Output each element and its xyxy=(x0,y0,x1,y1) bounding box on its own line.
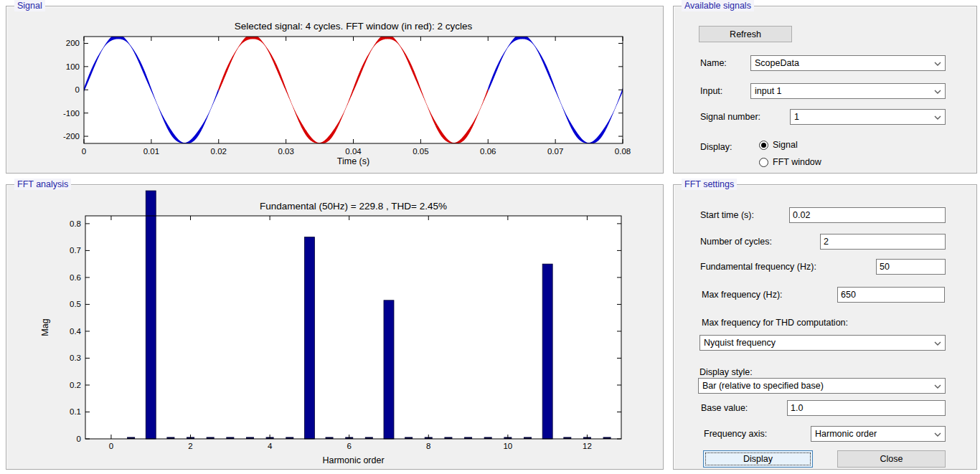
start-time-label: Start time (s): xyxy=(700,210,754,221)
signal-number-label: Signal number: xyxy=(700,112,760,123)
fft-plot: 02468101200.10.20.30.40.50.60.70.8Fundam… xyxy=(6,185,663,469)
svg-text:0.8: 0.8 xyxy=(70,219,81,228)
frequency-axis-select[interactable]: Harmonic order xyxy=(811,426,946,442)
chevron-down-icon xyxy=(932,429,943,440)
svg-text:0.06: 0.06 xyxy=(480,147,496,156)
svg-text:6: 6 xyxy=(347,442,351,450)
svg-text:0.3: 0.3 xyxy=(70,354,81,362)
svg-text:10: 10 xyxy=(503,442,512,450)
start-time-field[interactable] xyxy=(789,207,946,223)
available-signals-panel: Available signals Refresh Name: ScopeDat… xyxy=(673,6,977,174)
refresh-button[interactable]: Refresh xyxy=(699,26,792,42)
svg-text:0.5: 0.5 xyxy=(70,300,81,308)
chevron-down-icon xyxy=(932,338,943,349)
chevron-down-icon xyxy=(932,58,943,69)
input-select-value: input 1 xyxy=(755,86,782,96)
svg-text:4: 4 xyxy=(268,442,273,450)
signal-panel: Signal 00.010.020.030.040.050.060.070.08… xyxy=(6,6,664,174)
display-button[interactable]: Display xyxy=(703,450,813,468)
radio-signal[interactable]: Signal xyxy=(759,140,798,150)
frequency-axis-label: Frequency axis: xyxy=(704,429,767,440)
svg-text:Harmonic order: Harmonic order xyxy=(322,455,384,465)
chevron-down-icon xyxy=(932,381,943,392)
radio-signal-label: Signal xyxy=(773,140,798,150)
base-value-field[interactable] xyxy=(787,400,946,416)
svg-text:0.08: 0.08 xyxy=(615,147,631,156)
svg-text:0.05: 0.05 xyxy=(413,147,428,156)
svg-text:Fundamental (50Hz) = 229.8 , T: Fundamental (50Hz) = 229.8 , THD= 2.45% xyxy=(260,201,447,212)
svg-text:0.4: 0.4 xyxy=(70,327,82,336)
svg-text:0.07: 0.07 xyxy=(547,147,563,156)
svg-text:2: 2 xyxy=(188,442,192,450)
name-label: Name: xyxy=(700,58,727,69)
chevron-down-icon xyxy=(932,112,943,123)
fundamental-frequency-label: Fundamental frequency (Hz): xyxy=(700,262,816,272)
display-style-select[interactable]: Bar (relative to specified base) xyxy=(698,378,946,394)
name-select-value: ScopeData xyxy=(755,58,799,68)
input-select[interactable]: input 1 xyxy=(750,83,946,99)
fft-analysis-tool-window: Signal 00.010.020.030.040.050.060.070.08… xyxy=(0,0,980,474)
fft-analysis-panel: FFT analysis 02468101200.10.20.30.40.50.… xyxy=(6,184,664,470)
display-label: Display: xyxy=(700,142,732,153)
svg-text:12: 12 xyxy=(583,442,592,450)
svg-text:0: 0 xyxy=(82,147,86,156)
radio-fft-window-label: FFT window xyxy=(773,157,821,167)
svg-text:8: 8 xyxy=(426,442,430,450)
svg-text:0.7: 0.7 xyxy=(70,246,81,255)
signal-plot: 00.010.020.030.040.050.060.070.08-200-10… xyxy=(6,6,663,173)
svg-text:0.04: 0.04 xyxy=(345,147,362,156)
svg-text:0.1: 0.1 xyxy=(70,407,81,416)
svg-text:0.02: 0.02 xyxy=(211,147,227,156)
svg-text:Time (s): Time (s) xyxy=(337,156,369,166)
thd-max-frequency-value: Nyquist frequency xyxy=(704,338,776,348)
signal-number-select[interactable]: 1 xyxy=(790,109,946,125)
svg-text:0: 0 xyxy=(77,435,81,443)
frequency-axis-value: Harmonic order xyxy=(815,429,877,439)
radio-fft-window[interactable]: FFT window xyxy=(759,157,821,167)
svg-text:0.01: 0.01 xyxy=(143,147,159,156)
display-style-label: Display style: xyxy=(699,367,753,378)
fft-settings-panel: FFT settings Start time (s): Number of c… xyxy=(673,184,977,470)
svg-text:0.2: 0.2 xyxy=(70,381,81,389)
thd-max-frequency-label: Max frequency for THD computation: xyxy=(702,318,848,328)
svg-text:0: 0 xyxy=(109,442,113,450)
max-frequency-field[interactable] xyxy=(837,287,945,303)
base-value-label: Base value: xyxy=(701,403,748,414)
radio-fft-window-circle xyxy=(759,158,768,167)
svg-text:Mag: Mag xyxy=(40,318,50,336)
input-label: Input: xyxy=(700,86,722,97)
cycles-label: Number of cycles: xyxy=(700,237,772,247)
svg-text:200: 200 xyxy=(66,39,80,47)
fundamental-frequency-field[interactable] xyxy=(876,259,946,275)
max-frequency-label: Max frequency (Hz): xyxy=(702,290,783,300)
signal-number-select-value: 1 xyxy=(794,112,799,122)
display-style-value: Bar (relative to specified base) xyxy=(702,381,824,391)
available-signals-panel-title: Available signals xyxy=(682,0,754,11)
close-button[interactable]: Close xyxy=(837,450,946,468)
svg-text:0.6: 0.6 xyxy=(70,273,81,282)
radio-signal-circle xyxy=(759,141,768,150)
svg-text:0: 0 xyxy=(75,85,80,94)
svg-text:-100: -100 xyxy=(63,109,80,118)
svg-text:Selected signal: 4 cycles. FFT: Selected signal: 4 cycles. FFT window (i… xyxy=(235,21,473,32)
svg-text:-200: -200 xyxy=(63,132,80,141)
cycles-field[interactable] xyxy=(820,234,946,250)
svg-text:100: 100 xyxy=(66,62,80,71)
svg-text:0.03: 0.03 xyxy=(278,147,293,156)
fft-settings-panel-title: FFT settings xyxy=(682,179,737,190)
chevron-down-icon xyxy=(932,86,943,97)
thd-max-frequency-select[interactable]: Nyquist frequency xyxy=(699,335,946,351)
name-select[interactable]: ScopeData xyxy=(750,55,946,71)
